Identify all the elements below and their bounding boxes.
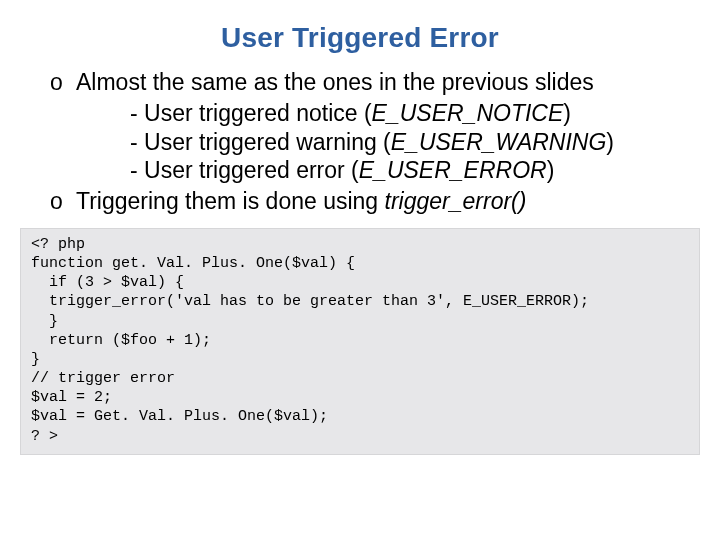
sub-bullet-suffix: ): [563, 100, 571, 126]
bullet-text: Almost the same as the ones in the previ…: [76, 68, 594, 97]
sub-bullet-text: - User triggered notice (: [130, 100, 372, 126]
sub-bullet-suffix: ): [547, 157, 555, 183]
sub-bullet-item: - User triggered error (E_USER_ERROR): [130, 156, 696, 185]
code-block: <? php function get. Val. Plus. One($val…: [20, 228, 700, 455]
bullet-text-prefix: Triggering them is done using: [76, 188, 385, 214]
constant-name: E_USER_WARNING: [391, 129, 607, 155]
sub-bullet-item: - User triggered warning (E_USER_WARNING…: [130, 128, 696, 157]
slide-title: User Triggered Error: [18, 22, 702, 54]
sub-bullet-item: - User triggered notice (E_USER_NOTICE): [130, 99, 696, 128]
sub-bullet-text: - User triggered error (: [130, 157, 359, 183]
slide: User Triggered Error o Almost the same a…: [0, 0, 720, 540]
bullet-marker: o: [50, 187, 76, 216]
sub-bullet-suffix: ): [606, 129, 614, 155]
bullet-item: o Almost the same as the ones in the pre…: [50, 68, 696, 97]
bullet-marker: o: [50, 68, 76, 97]
constant-name: E_USER_NOTICE: [372, 100, 564, 126]
function-name: trigger_error(): [385, 188, 527, 214]
constant-name: E_USER_ERROR: [359, 157, 547, 183]
bullet-item: o Triggering them is done using trigger_…: [50, 187, 696, 216]
bullet-text: Triggering them is done using trigger_er…: [76, 187, 526, 216]
sub-bullet-text: - User triggered warning (: [130, 129, 391, 155]
bullet-list: o Almost the same as the ones in the pre…: [24, 68, 696, 216]
